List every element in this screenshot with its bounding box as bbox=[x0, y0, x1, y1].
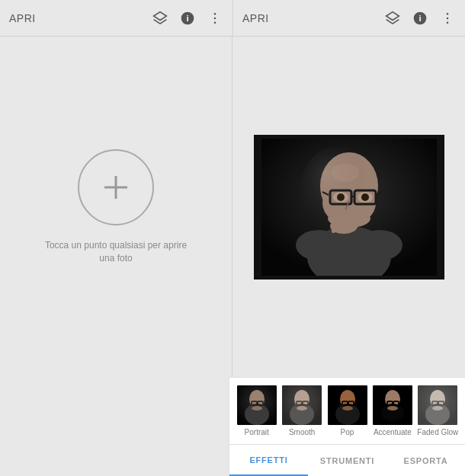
effect-thumb-portrait bbox=[237, 385, 277, 425]
right-layers-icon[interactable] bbox=[384, 10, 401, 27]
svg-text:i: i bbox=[186, 13, 188, 23]
svg-point-10 bbox=[447, 17, 449, 19]
left-bar-icons: i bbox=[152, 10, 223, 27]
add-photo-button[interactable] bbox=[78, 149, 154, 225]
portrait-image bbox=[261, 139, 437, 276]
effect-thumb-smooth bbox=[282, 385, 322, 425]
main-content: Tocca un punto qualsiasi per aprire una … bbox=[0, 37, 465, 377]
bottom-panel: Portrait Smooth bbox=[229, 377, 465, 476]
svg-rect-80 bbox=[418, 385, 457, 425]
svg-rect-71 bbox=[373, 385, 412, 425]
tab-esporta[interactable]: ESPORTA bbox=[386, 445, 465, 476]
left-bar-title: APRI bbox=[9, 12, 36, 24]
tab-effetti[interactable]: EFFETTI bbox=[229, 445, 308, 476]
svg-point-5 bbox=[214, 21, 216, 24]
right-bar-icons: i bbox=[384, 10, 456, 27]
right-panel bbox=[232, 37, 465, 377]
effect-label-accentuate: Accentuate bbox=[374, 428, 412, 436]
effect-label-portrait: Portrait bbox=[245, 428, 269, 436]
tab-esporta-label: ESPORTA bbox=[404, 456, 448, 465]
effect-label-pop: Pop bbox=[341, 428, 354, 436]
svg-point-11 bbox=[447, 21, 449, 24]
tab-strumenti-label: STRUMENTI bbox=[320, 456, 374, 465]
tabs-row: EFFETTI STRUMENTI ESPORTA bbox=[229, 444, 465, 476]
svg-text:i: i bbox=[418, 13, 421, 23]
left-panel[interactable]: Tocca un punto qualsiasi per aprire una … bbox=[0, 37, 232, 377]
right-more-icon[interactable] bbox=[439, 10, 456, 27]
svg-marker-6 bbox=[386, 11, 399, 20]
svg-point-62 bbox=[342, 406, 353, 411]
effect-smooth[interactable]: Smooth bbox=[281, 385, 322, 436]
svg-rect-54 bbox=[282, 385, 322, 425]
svg-point-4 bbox=[214, 17, 216, 19]
effect-label-faded-glow: Faded Glow bbox=[417, 428, 458, 436]
svg-point-37 bbox=[300, 146, 376, 238]
right-info-icon[interactable]: i bbox=[412, 10, 428, 27]
svg-point-9 bbox=[447, 12, 449, 14]
effect-thumb-pop bbox=[328, 385, 367, 425]
left-info-icon[interactable]: i bbox=[179, 10, 196, 27]
effect-accentuate[interactable]: Accentuate bbox=[371, 385, 413, 436]
effect-label-smooth: Smooth bbox=[289, 428, 315, 436]
top-bar-right: APRI i bbox=[232, 0, 465, 36]
tab-strumenti[interactable]: STRUMENTI bbox=[308, 445, 386, 476]
svg-marker-0 bbox=[154, 11, 167, 20]
svg-point-22 bbox=[357, 230, 402, 260]
left-layers-icon[interactable] bbox=[152, 10, 168, 27]
effect-faded-glow[interactable]: Faded Glow bbox=[417, 385, 459, 436]
right-bar-title: APRI bbox=[242, 12, 269, 24]
left-more-icon[interactable] bbox=[207, 10, 223, 27]
svg-point-45 bbox=[252, 406, 262, 411]
effect-pop[interactable]: Pop bbox=[326, 385, 368, 436]
tap-hint-text: Tocca un punto qualsiasi per aprire una … bbox=[40, 239, 192, 265]
effect-portrait[interactable]: Portrait bbox=[236, 385, 277, 436]
effects-row: Portrait Smooth bbox=[229, 378, 465, 444]
top-bars: APRI i APRI bbox=[0, 0, 465, 37]
effect-thumb-faded-glow bbox=[418, 385, 457, 425]
top-bar-left: APRI i bbox=[0, 0, 232, 36]
tab-effetti-label: EFFETTI bbox=[249, 455, 287, 465]
photo-display bbox=[254, 135, 444, 280]
svg-point-3 bbox=[214, 12, 216, 14]
effect-thumb-accentuate bbox=[373, 385, 412, 425]
